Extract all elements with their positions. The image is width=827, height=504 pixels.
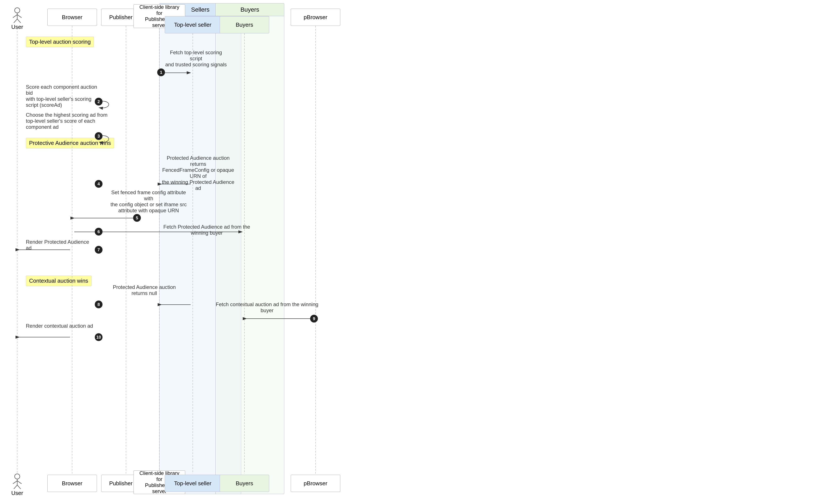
step-8: 8 xyxy=(95,301,102,308)
arrows-svg xyxy=(0,0,827,504)
label-top-level-scoring: Top-level auction scoring xyxy=(26,37,94,47)
buyers-bottom: Buyers xyxy=(220,475,269,492)
msg-render-pa: Render Protected Audience ad xyxy=(26,239,91,251)
label-pa-wins: Protective Audience auction wins xyxy=(26,138,114,148)
buyers-group-header: Buyers xyxy=(215,3,284,16)
browser-bottom: Browser xyxy=(47,475,97,492)
svg-line-8 xyxy=(13,481,17,484)
msg-render-ctx: Render contextual auction ad xyxy=(26,323,99,329)
msg-fetch-scoring: Fetch top-level scoring scriptand truste… xyxy=(164,50,228,67)
step-4: 4 xyxy=(95,180,102,188)
pbrowser-bottom: pBrowser xyxy=(291,475,340,492)
svg-line-3 xyxy=(17,15,21,18)
svg-line-9 xyxy=(17,481,21,484)
msg-pa-returns: Protected Audience auction returnsFenced… xyxy=(159,155,237,191)
svg-point-6 xyxy=(15,474,20,479)
step-7: 7 xyxy=(95,246,102,254)
msg-score-component: Score each component auction bidwith top… xyxy=(26,84,101,108)
browser-top: Browser xyxy=(47,9,97,26)
svg-line-10 xyxy=(14,485,17,489)
step-9: 9 xyxy=(310,315,318,322)
user-top: User xyxy=(11,6,24,30)
svg-line-5 xyxy=(17,19,21,23)
msg-set-fenced: Set fenced frame config attribute withth… xyxy=(108,190,190,213)
topseller-bottom: Top-level seller xyxy=(165,475,221,492)
user-bottom: User xyxy=(11,472,24,497)
buyers-top: Buyers xyxy=(220,16,269,33)
pbrowser-top: pBrowser xyxy=(291,9,340,26)
msg-pa-null: Protected Audience auctionreturns null xyxy=(108,284,181,296)
svg-point-0 xyxy=(15,8,20,13)
svg-line-4 xyxy=(14,19,17,23)
step-10: 10 xyxy=(95,333,102,341)
user-top-label: User xyxy=(11,24,23,30)
step-1: 1 xyxy=(157,68,165,76)
svg-line-11 xyxy=(17,485,21,489)
svg-line-2 xyxy=(13,15,17,18)
step-2: 2 xyxy=(95,98,102,105)
step-5: 5 xyxy=(133,214,141,222)
topseller-top: Top-level seller xyxy=(165,16,221,33)
step-6: 6 xyxy=(95,228,102,236)
diagram-container: Sellers Buyers User Browser Publisher si… xyxy=(0,0,827,504)
user-bottom-label: User xyxy=(11,490,23,497)
step-3: 3 xyxy=(95,132,102,140)
msg-fetch-ctx: Fetch contextual auction ad from the win… xyxy=(215,301,319,313)
msg-fetch-pa-ad: Fetch Protected Audience ad from the win… xyxy=(161,224,252,236)
label-ctx-wins: Contextual auction wins xyxy=(26,275,92,286)
msg-choose-highest: Choose the highest scoring ad fromtop-le… xyxy=(26,112,108,130)
buyers-group-container xyxy=(215,3,284,494)
